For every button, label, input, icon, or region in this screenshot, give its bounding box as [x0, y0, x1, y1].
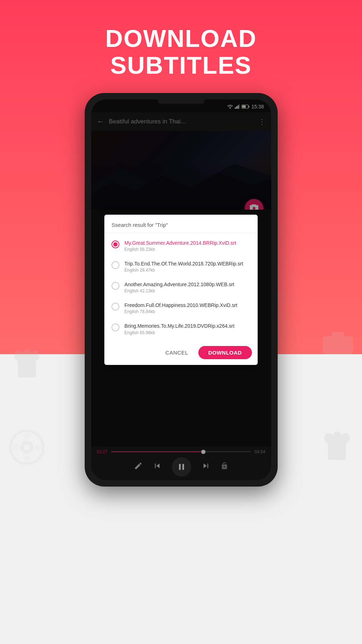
- list-item[interactable]: Freedom.Full.Of.Happiness.2010.WEBRip.Xv…: [104, 298, 257, 318]
- item-text-4: Bring.Memories.To.My.Life.2019.DVDRip.x2…: [124, 323, 234, 335]
- item-text-3: Freedom.Full.Of.Happiness.2010.WEBRip.Xv…: [124, 302, 237, 314]
- svg-point-18: [324, 433, 333, 443]
- item-meta-3: English 78.84kb: [124, 309, 237, 314]
- item-meta-1: English 28.47kb: [124, 268, 243, 273]
- cancel-button[interactable]: CANCEL: [158, 346, 195, 359]
- dialog-overlay: Ssearch result for "Trip" My.Great.Summe…: [91, 99, 271, 480]
- list-item[interactable]: Trip.To.End.The.Of.The.World.2018.720p.W…: [104, 256, 257, 277]
- svg-rect-1: [16, 356, 38, 360]
- svg-point-13: [331, 339, 344, 352]
- svg-rect-12: [323, 336, 353, 354]
- svg-point-6: [20, 441, 33, 454]
- svg-rect-0: [18, 358, 36, 377]
- phone-screen: ⚡ 15:38 ← Beatiful adventures in Thai...…: [91, 99, 271, 480]
- svg-point-19: [333, 431, 341, 443]
- item-text-0: My.Great.Summer.Adventure.2014.BRRip.Xvi…: [124, 240, 236, 252]
- item-text-1: Trip.To.End.The.Of.The.World.2018.720p.W…: [124, 260, 243, 273]
- subtitle-dialog: Ssearch result for "Trip" My.Great.Summe…: [104, 215, 257, 365]
- svg-point-7: [24, 444, 30, 450]
- list-item[interactable]: Bring.Memories.To.My.Life.2019.DVDRip.x2…: [104, 318, 257, 339]
- item-meta-4: English 65.98kb: [124, 330, 234, 335]
- svg-point-14: [334, 342, 341, 348]
- item-meta-2: English 42.13kb: [124, 288, 234, 293]
- svg-point-11: [35, 445, 40, 450]
- dialog-list: My.Great.Summer.Adventure.2014.BRRip.Xvi…: [104, 233, 257, 342]
- phone-frame: ⚡ 15:38 ← Beatiful adventures in Thai...…: [85, 93, 278, 487]
- dialog-actions: CANCEL DOWNLOAD: [104, 343, 257, 361]
- hero-line1: DOWNLOAD: [105, 25, 257, 52]
- radio-button-1[interactable]: [111, 261, 119, 269]
- hero-line2: SUBTITLES: [105, 52, 257, 79]
- svg-point-4: [31, 351, 39, 361]
- radio-button-2[interactable]: [111, 282, 119, 290]
- svg-point-10: [14, 445, 19, 450]
- item-title-4: Bring.Memories.To.My.Life.2019.DVDRip.x2…: [124, 323, 234, 329]
- svg-point-20: [341, 433, 349, 443]
- phone-mockup: ⚡ 15:38 ← Beatiful adventures in Thai...…: [85, 93, 278, 487]
- radio-inner-0: [113, 242, 118, 247]
- dialog-title: Ssearch result for "Trip": [104, 222, 257, 233]
- item-title-1: Trip.To.End.The.Of.The.World.2018.720p.W…: [124, 260, 243, 267]
- item-title-3: Freedom.Full.Of.Happiness.2010.WEBRip.Xv…: [124, 302, 237, 308]
- item-meta-0: English 56.23kb: [124, 247, 236, 252]
- hero-heading: DOWNLOAD SUBTITLES: [105, 25, 257, 79]
- svg-point-5: [10, 431, 43, 464]
- svg-rect-15: [332, 332, 344, 338]
- svg-point-8: [24, 434, 29, 439]
- item-title-0: My.Great.Summer.Adventure.2014.BRRip.Xvi…: [124, 240, 236, 246]
- radio-button-4[interactable]: [111, 323, 119, 331]
- list-item[interactable]: Another.Amazing.Adventure.2012.1080p.WEB…: [104, 277, 257, 298]
- svg-point-9: [24, 455, 29, 460]
- radio-button-0[interactable]: [111, 240, 119, 248]
- download-button[interactable]: DOWNLOAD: [198, 346, 252, 359]
- svg-rect-17: [326, 438, 348, 443]
- svg-rect-16: [328, 440, 346, 460]
- item-title-2: Another.Amazing.Adventure.2012.1080p.WEB…: [124, 281, 234, 288]
- svg-point-2: [14, 351, 23, 361]
- svg-point-3: [23, 349, 31, 361]
- radio-button-3[interactable]: [111, 303, 119, 311]
- list-item[interactable]: My.Great.Summer.Adventure.2014.BRRip.Xvi…: [104, 235, 257, 256]
- item-text-2: Another.Amazing.Adventure.2012.1080p.WEB…: [124, 281, 234, 293]
